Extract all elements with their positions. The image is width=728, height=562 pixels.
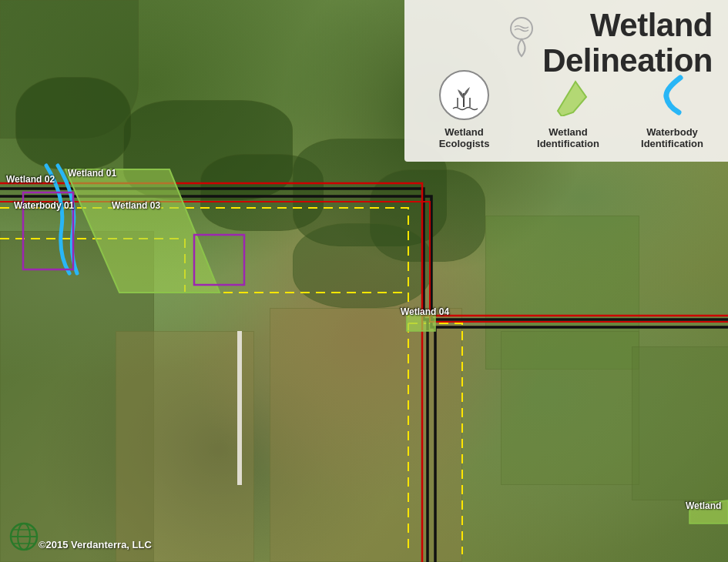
wetland-ecologists-icon [439, 70, 489, 120]
legend-title: Wetland Delineation [542, 8, 713, 79]
legend-top-icon [501, 12, 543, 61]
wetland-01-label: Wetland 01 [68, 168, 116, 179]
wetland-04-label: Wetland 04 [401, 306, 449, 317]
wetland-05-label: Wetland [686, 500, 721, 511]
waterbody-01-label: Waterbody 01 [14, 200, 74, 211]
legend-wetland-ecologists: WetlandEcologists [420, 70, 508, 150]
legend-items: WetlandEcologists WetlandIdentification [420, 70, 716, 150]
wetland-id-label: WetlandIdentification [537, 126, 599, 150]
wetland-02-label: Wetland 02 [6, 174, 55, 185]
svg-point-10 [511, 18, 532, 39]
wetland-ecologists-label: WetlandEcologists [439, 126, 490, 150]
wetland-03-label: Wetland 03 [112, 200, 160, 211]
globe-icon [9, 522, 39, 554]
waterbody-id-label: WaterbodyIdentification [641, 126, 703, 150]
legend-panel: Wetland Delineation [404, 0, 728, 162]
legend-wetland-id: WetlandIdentification [524, 70, 612, 150]
legend-waterbody-id: WaterbodyIdentification [628, 70, 716, 150]
waterbody-id-icon [647, 70, 697, 120]
svg-marker-11 [558, 82, 586, 116]
map-container: Wetland 02 Wetland 01 Wetland 03 Waterbo… [0, 0, 728, 562]
copyright-text: ©2015 Verdanterra, LLC [39, 539, 152, 550]
wetland-id-icon [543, 70, 593, 120]
